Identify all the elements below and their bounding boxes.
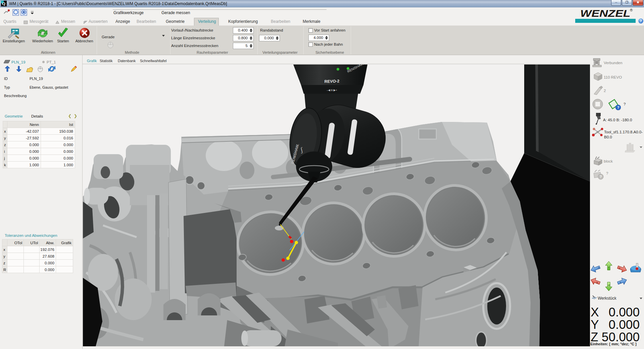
svg-text:z: z — [608, 266, 609, 269]
svg-text:REVO-2: REVO-2 — [324, 79, 339, 84]
svg-text:‒◀ B ▶+: ‒◀ B ▶+ — [327, 89, 337, 92]
svg-text:?: ? — [600, 175, 602, 179]
svg-text:?: ? — [617, 105, 620, 110]
svg-text:-z: -z — [608, 283, 610, 287]
